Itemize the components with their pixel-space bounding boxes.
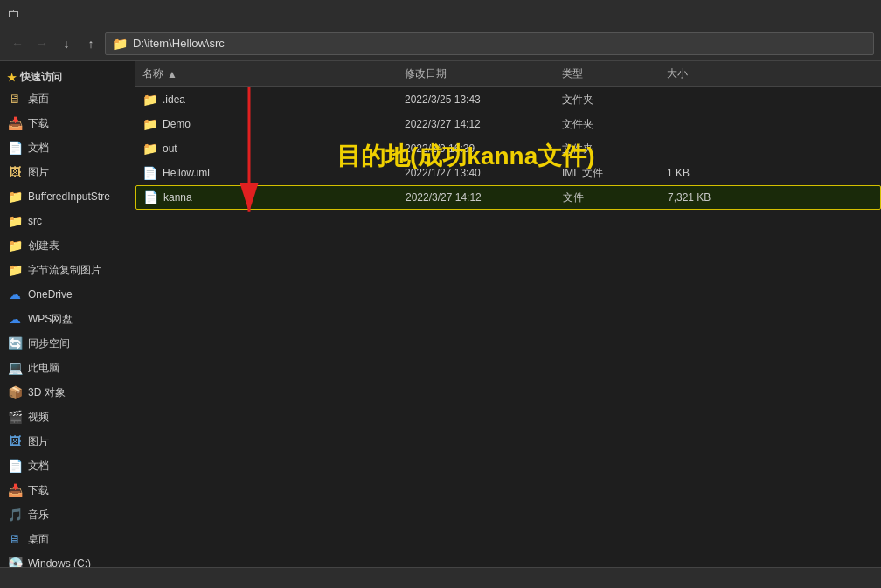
sidebar-item-byte-stream[interactable]: 📁 字节流复制图片 — [0, 258, 135, 282]
sidebar-item-this-pc[interactable]: 💻 此电脑 — [0, 356, 135, 380]
3d-icon: 📦 — [7, 384, 23, 400]
file-name: .idea — [163, 93, 185, 106]
quick-access-label: ★ 快速访问 — [0, 65, 135, 86]
sidebar: ★ 快速访问 🖥 桌面 📥 下载 📄 文档 🖼 图片 📁 BufferedInp… — [0, 61, 135, 567]
col-modified-text: 修改日期 — [405, 66, 447, 81]
file-name-cell: 📁 .idea — [142, 93, 405, 107]
pc-icon: 💻 — [7, 360, 23, 376]
sidebar-label: 字节流复制图片 — [28, 263, 101, 278]
folder-icon: 📁 — [142, 93, 157, 107]
sidebar-item-pictures2[interactable]: 🖼 图片 — [0, 429, 135, 453]
sidebar-label: 文档 — [28, 459, 49, 474]
file-modified: 2022/1/27 13:40 — [405, 167, 562, 179]
pictures-icon: 🖼 — [7, 164, 23, 180]
addressbar: ← → ↓ ↑ 📁 D:\item\Hellow\src — [0, 26, 881, 61]
file-list: 📁 .idea 2022/3/25 13:43 文件夹 📁 Demo 2022/… — [135, 87, 881, 567]
desktop-icon: 🖥 — [7, 91, 23, 107]
file-type: 文件夹 — [562, 117, 667, 132]
refresh-button[interactable]: ↓ — [56, 33, 77, 54]
sidebar-label: 桌面 — [28, 92, 49, 107]
music-icon: 🎵 — [7, 507, 23, 522]
file-row-kanna[interactable]: 📄 kanna 2022/3/27 14:12 文件 7,321 KB — [135, 185, 881, 210]
sidebar-item-downloads[interactable]: 📥 下载 — [0, 111, 135, 135]
sidebar-label: 3D 对象 — [28, 385, 66, 400]
forward-button[interactable]: → — [31, 33, 52, 54]
file-row[interactable]: 📁 .idea 2022/3/25 13:43 文件夹 — [135, 87, 881, 112]
byte-stream-icon: 📁 — [7, 262, 23, 278]
sidebar-item-desktop2[interactable]: 🖥 桌面 — [0, 527, 135, 551]
buffered-icon: 📁 — [7, 189, 23, 204]
sidebar-label: 桌面 — [28, 532, 49, 547]
file-size: 1 KB — [667, 167, 754, 179]
file-type: 文件 — [563, 190, 668, 205]
folder-icon: 📁 — [142, 117, 157, 131]
sidebar-item-buffered[interactable]: 📁 BufferedInputStre — [0, 184, 135, 209]
sync-icon: 🔄 — [7, 336, 23, 351]
desktop2-icon: 🖥 — [7, 531, 23, 547]
address-path[interactable]: 📁 D:\item\Hellow\src — [105, 32, 874, 55]
sidebar-item-sync[interactable]: 🔄 同步空间 — [0, 331, 135, 356]
documents2-icon: 📄 — [7, 458, 23, 474]
file-icon: 📄 — [142, 166, 157, 180]
sidebar-item-videos[interactable]: 🎬 视频 — [0, 405, 135, 429]
create-table-icon: 📁 — [7, 238, 23, 253]
sidebar-label: 文档 — [28, 141, 49, 156]
col-type: 类型 — [562, 66, 667, 81]
downloads2-icon: 📥 — [7, 482, 23, 498]
wps-icon: ☁ — [7, 311, 23, 327]
titlebar: 🗀 — [0, 0, 881, 26]
sidebar-label: Windows (C:) — [28, 557, 91, 567]
file-type: 文件夹 — [562, 93, 667, 107]
file-modified: 2022/2/9 16:39 — [405, 142, 562, 155]
sidebar-item-desktop[interactable]: 🖥 桌面 — [0, 86, 135, 111]
sidebar-label: 创建表 — [28, 239, 59, 253]
sidebar-item-onedrive[interactable]: ☁ OneDrive — [0, 282, 135, 307]
file-content-area: 名称 ▲ 修改日期 类型 大小 — [135, 61, 881, 567]
sidebar-item-create-table[interactable]: 📁 创建表 — [0, 233, 135, 258]
statusbar — [0, 567, 881, 588]
sidebar-label: 下载 — [28, 483, 49, 498]
sidebar-label: 图片 — [28, 165, 49, 180]
file-name-cell: 📄 Hellow.iml — [142, 166, 405, 180]
col-size: 大小 — [667, 66, 754, 81]
file-row[interactable]: 📁 Demo 2022/3/27 14:12 文件夹 — [135, 112, 881, 136]
sidebar-label: 音乐 — [28, 508, 49, 522]
sidebar-item-src[interactable]: 📁 src — [0, 209, 135, 233]
file-row[interactable]: 📁 out 2022/2/9 16:39 文件夹 — [135, 136, 881, 161]
downloads-icon: 📥 — [7, 115, 23, 131]
src-icon: 📁 — [7, 213, 23, 229]
col-type-text: 类型 — [562, 66, 583, 81]
sidebar-item-music[interactable]: 🎵 音乐 — [0, 502, 135, 527]
sidebar-label: 此电脑 — [28, 361, 59, 376]
pictures2-icon: 🖼 — [7, 433, 23, 449]
sidebar-item-documents[interactable]: 📄 文档 — [0, 135, 135, 160]
documents-icon: 📄 — [7, 140, 23, 156]
col-name: 名称 ▲ — [142, 66, 405, 81]
annotation-area: 目的地(成功kanna文件) 📁 .idea 2022/3/25 13:43 文… — [135, 87, 881, 567]
sidebar-label: 同步空间 — [28, 336, 70, 351]
sidebar-item-pictures[interactable]: 🖼 图片 — [0, 160, 135, 184]
col-name-text: 名称 — [142, 66, 163, 81]
sidebar-item-documents2[interactable]: 📄 文档 — [0, 453, 135, 478]
file-type: IML 文件 — [562, 166, 667, 181]
back-button[interactable]: ← — [7, 33, 28, 54]
file-row[interactable]: 📄 Hellow.iml 2022/1/27 13:40 IML 文件 1 KB — [135, 161, 881, 185]
file-name: out — [163, 142, 177, 155]
sort-arrow: ▲ — [167, 68, 177, 80]
sidebar-item-3d[interactable]: 📦 3D 对象 — [0, 380, 135, 405]
sidebar-item-wps[interactable]: ☁ WPS网盘 — [0, 307, 135, 331]
file-modified: 2022/3/27 14:12 — [406, 191, 563, 204]
sidebar-item-downloads2[interactable]: 📥 下载 — [0, 478, 135, 502]
file-name: kanna — [163, 191, 192, 204]
path-text: D:\item\Hellow\src — [133, 37, 225, 50]
file-name-cell: 📁 out — [142, 142, 405, 156]
path-folder-icon: 📁 — [113, 37, 128, 51]
sidebar-item-drive-c[interactable]: 💽 Windows (C:) — [0, 551, 135, 567]
file-modified: 2022/3/27 14:12 — [405, 118, 562, 130]
file-icon: 📄 — [143, 190, 158, 204]
onedrive-icon: ☁ — [7, 287, 23, 302]
drive-c-icon: 💽 — [7, 556, 23, 567]
up-button[interactable]: ↑ — [80, 33, 101, 54]
file-name: Demo — [163, 118, 191, 130]
column-header: 名称 ▲ 修改日期 类型 大小 — [135, 61, 881, 87]
